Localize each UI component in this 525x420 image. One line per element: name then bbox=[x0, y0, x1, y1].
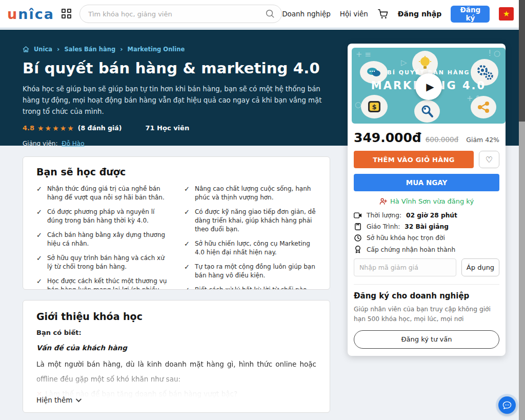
flag-star-icon: ★ bbox=[503, 9, 510, 18]
list-item: ✓Sở hữu quy trình bán hàng và cách xử lý… bbox=[36, 254, 169, 271]
check-icon: ✓ bbox=[184, 185, 190, 202]
list-item: ✓Sở hữu chiến lược, công cụ Marketing 4.… bbox=[184, 239, 316, 257]
intro-faded-content: Là một người bán hàng, dù là kinh doanh … bbox=[36, 357, 316, 398]
list-item: ✓Biết cách xử lý bất kỳ lời từ chối nào … bbox=[184, 286, 316, 290]
course-page: unîca Doanh nghiệp Hội viên Đăng nhập Đă… bbox=[0, 0, 525, 420]
coupon-input[interactable] bbox=[354, 258, 456, 276]
breadcrumb-sales[interactable]: Sales Bán hàng bbox=[64, 46, 115, 53]
intro-know-line: Bạn có biết: bbox=[36, 329, 316, 336]
video-icon bbox=[354, 212, 362, 218]
signup-button[interactable]: Đăng ký bbox=[451, 6, 490, 23]
section-title: Giới thiệu khóa học bbox=[36, 311, 316, 322]
logo-text: u bbox=[7, 6, 18, 22]
breadcrumb-marketing-online[interactable]: Marketing Online bbox=[127, 46, 185, 53]
what-you-learn-card: Bạn sẽ học được ✓Nhận thức đúng giá trị … bbox=[23, 156, 330, 290]
svg-text:$: $ bbox=[372, 103, 376, 111]
apply-coupon-button[interactable]: Áp dụng bbox=[461, 258, 499, 276]
share-doodle-icon bbox=[471, 96, 496, 118]
header-nav: Doanh nghiệp Hội viên Đăng nhập Đăng ký … bbox=[282, 6, 514, 23]
chevron-right-icon: › bbox=[57, 45, 59, 53]
add-to-cart-button[interactable]: THÊM VÀO GIỎ HÀNG bbox=[354, 151, 474, 168]
vietnam-flag[interactable]: ★ bbox=[499, 7, 514, 21]
list-item: ✓Tự tạo ra một cộng đồng luôn giúp bạn b… bbox=[184, 263, 316, 280]
chevron-right-icon: › bbox=[120, 45, 123, 53]
course-details-list: Thời lượng: 02 giờ 28 phút Giáo Trình: 3… bbox=[354, 212, 499, 253]
business-consult-button[interactable]: Đăng ký tư vấn bbox=[354, 330, 499, 349]
check-icon: ✓ bbox=[184, 263, 190, 280]
search-icon[interactable] bbox=[265, 9, 275, 18]
purchase-sidebar: + ≡ ! ○ ○ + + ✎ ▷ $ BÍ QUYẾT BÁN bbox=[348, 44, 506, 356]
discount-badge: Giảm 42% bbox=[466, 136, 499, 144]
course-description: Khóa học sẽ giúp bạn sẽ giúp bạn tự tin … bbox=[23, 84, 332, 117]
check-icon: ✓ bbox=[36, 185, 42, 202]
play-button[interactable]: ▶ bbox=[415, 73, 442, 100]
rating-value: 4.8 bbox=[23, 124, 34, 132]
intro-problem-heading: Vấn đề của khách hàng bbox=[36, 344, 316, 352]
chat-bubble-icon bbox=[502, 401, 512, 410]
wishlist-button[interactable]: ♡ bbox=[479, 151, 499, 168]
list-item: ✓Nâng cao chất lượng cuộc sống, hạnh phú… bbox=[184, 185, 316, 202]
chat-fab-button[interactable] bbox=[498, 396, 516, 414]
check-icon: ✓ bbox=[36, 277, 42, 290]
top-navbar: unîca Doanh nghiệp Hội viên Đăng nhập Đă… bbox=[0, 0, 525, 29]
intro-paragraph: Là một người bán hàng, dù là kinh doanh … bbox=[36, 357, 316, 387]
check-icon: ✓ bbox=[184, 286, 190, 290]
clock-icon bbox=[354, 234, 362, 242]
list-item: ✓Học được cách kết thúc một thương vụ bá… bbox=[36, 277, 169, 290]
check-icon: ✓ bbox=[184, 239, 190, 257]
certificate-icon bbox=[354, 246, 362, 253]
list-item: ✓Có được phương pháp và nguyên lí đúng t… bbox=[36, 208, 169, 225]
divider bbox=[354, 284, 499, 285]
instructor-link[interactable]: Đỗ Hào bbox=[62, 140, 84, 147]
business-title: Đăng ký cho doanh nghiệp bbox=[354, 291, 499, 301]
course-video-thumbnail[interactable]: + ≡ ! ○ ○ + + ✎ ▷ $ BÍ QUYẾT BÁN bbox=[352, 48, 506, 124]
learn-column-left: ✓Nhận thức đúng giá trị của nghề bán hàn… bbox=[36, 185, 169, 290]
cart-row: THÊM VÀO GIỎ HÀNG ♡ bbox=[354, 151, 499, 168]
original-price: 600.000đ bbox=[426, 135, 458, 144]
buy-now-button[interactable]: MUA NGAY bbox=[354, 174, 499, 191]
rating-count[interactable]: (8 đánh giá) bbox=[78, 124, 122, 132]
unica-logo[interactable]: unîca bbox=[7, 6, 54, 22]
show-more-button[interactable]: Hiện thêm bbox=[36, 396, 80, 404]
home-icon[interactable] bbox=[23, 46, 29, 52]
student-count: 71 Học viên bbox=[145, 124, 189, 132]
login-link[interactable]: Đăng nhập bbox=[398, 10, 441, 18]
business-description: Giúp nhân viên của bạn truy cập không gi… bbox=[354, 305, 499, 324]
detail-lifetime: Sở hữu khóa học trọn đời bbox=[354, 234, 499, 242]
learn-grid: ✓Nhận thức đúng giá trị của nghề bán hàn… bbox=[36, 185, 316, 290]
magnifier-doodle-icon bbox=[414, 100, 440, 123]
recent-signup-notice: Hà Vĩnh Sơn vừa đăng ký bbox=[354, 197, 499, 205]
learn-column-right: ✓Nâng cao chất lượng cuộc sống, hạnh phú… bbox=[184, 185, 316, 290]
check-icon: ✓ bbox=[36, 208, 42, 225]
breadcrumb-unica[interactable]: Unica bbox=[34, 46, 52, 53]
check-icon: ✓ bbox=[184, 208, 190, 234]
heart-icon: ♡ bbox=[486, 155, 493, 165]
nav-doanh-nghiep[interactable]: Doanh nghiệp bbox=[282, 10, 331, 18]
book-icon bbox=[354, 223, 362, 230]
price-row: 349.000đ 600.000đ Giảm 42% bbox=[354, 130, 499, 145]
nav-hoi-vien[interactable]: Hội viên bbox=[340, 10, 368, 18]
list-item: ✓Nhận thức đúng giá trị của nghề bán hàn… bbox=[36, 185, 169, 202]
detail-lessons: Giáo Trình: 32 Bài giảng bbox=[354, 223, 499, 230]
doodle: ▷ bbox=[401, 58, 407, 67]
apps-grid-icon[interactable] bbox=[62, 9, 71, 19]
play-icon: ▶ bbox=[426, 81, 434, 93]
doodle: ! ○ bbox=[488, 49, 500, 58]
person-plus-icon bbox=[379, 198, 387, 205]
check-icon: ✓ bbox=[36, 254, 42, 271]
money-doodle-icon: $ bbox=[361, 95, 388, 118]
cart-icon[interactable] bbox=[377, 9, 389, 19]
list-item: ✓Có được kỹ năng giao tiếp đơn giản, dễ … bbox=[184, 208, 316, 234]
current-price: 349.000đ bbox=[354, 130, 421, 145]
search-bar bbox=[79, 5, 282, 23]
search-input[interactable] bbox=[79, 5, 282, 23]
doodle: + ≡ bbox=[356, 50, 371, 59]
star-rating-icon: ★★★★★ bbox=[37, 124, 75, 132]
scrollbar-thumb[interactable] bbox=[519, 0, 525, 122]
course-intro-card: Giới thiệu khóa học Bạn có biết: Vấn đề … bbox=[23, 300, 330, 413]
check-icon: ✓ bbox=[36, 231, 42, 248]
section-title: Bạn sẽ học được bbox=[36, 166, 316, 177]
list-item: ✓Cách bán hàng bằng xây dựng thương hiệu… bbox=[36, 231, 169, 248]
scrollbar-track[interactable] bbox=[519, 0, 525, 420]
detail-duration: Thời lượng: 02 giờ 28 phút bbox=[354, 212, 499, 219]
